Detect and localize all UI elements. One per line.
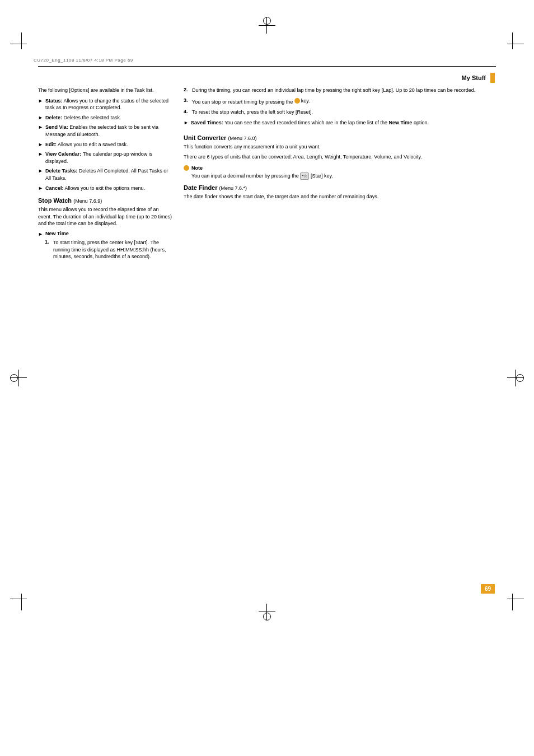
reg-bottom-circle bbox=[263, 613, 271, 620]
date-finder-menu-ref: (Menu 7.6.*) bbox=[219, 185, 247, 191]
crop-mark-bl-h bbox=[10, 599, 27, 599]
page-container: CU720_Eng_1108 11/8/07 4:18 PM Page 69 M… bbox=[0, 0, 534, 756]
bullet-text-viewcal: View Calendar: The calendar pop-up windo… bbox=[45, 151, 172, 165]
header-divider bbox=[38, 66, 496, 67]
crop-mark-br-h bbox=[507, 599, 524, 599]
bullet-label-status: Status: bbox=[45, 98, 63, 104]
reg-right-circle bbox=[516, 374, 524, 382]
note-header: Note bbox=[184, 165, 496, 171]
step-2-text: During the timing, you can record an ind… bbox=[192, 87, 475, 94]
stopwatch-title: Stop Watch (Menu 7.6.9) bbox=[38, 197, 172, 204]
star-key-label: *☆ bbox=[300, 172, 309, 180]
bullet-savedtimes: ► Saved Times: You can see the saved rec… bbox=[184, 119, 496, 127]
bullet-arrow-viewcal: ► bbox=[38, 151, 43, 157]
bullet-text-delete: Delete: Deletes the selected task. bbox=[45, 114, 121, 122]
bullet-arrow-delete: ► bbox=[38, 115, 43, 120]
step-4-text: To reset the stop watch, press the left … bbox=[192, 109, 313, 116]
reg-bottom-h bbox=[259, 612, 275, 612]
crop-mark-bl-v bbox=[21, 594, 22, 610]
content-area: The following [Options] are available in… bbox=[38, 87, 496, 264]
bullet-sendvia: ► Send Via: Enables the selected task to… bbox=[38, 124, 172, 138]
reg-left-v bbox=[18, 370, 19, 386]
step-1-num: 1. bbox=[45, 239, 51, 245]
crop-mark-br-v bbox=[512, 594, 513, 610]
bullet-delete: ► Delete: Deletes the selected task. bbox=[38, 114, 172, 122]
step-3-key: key. bbox=[294, 97, 310, 105]
bullet-arrow-deletetasks: ► bbox=[38, 168, 43, 174]
stopwatch-menu-ref: (Menu 7.6.9) bbox=[73, 198, 102, 204]
step-4-num: 4. bbox=[184, 109, 190, 114]
step-1-text: To start timing, press the center key [S… bbox=[53, 239, 172, 260]
bullet-edit: ► Edit: Allows you to edit a saved task. bbox=[38, 141, 172, 148]
reg-top-circle bbox=[263, 17, 271, 25]
reg-top-h bbox=[259, 25, 275, 26]
bullet-label-viewcal: View Calendar: bbox=[45, 151, 81, 157]
note-title: Note bbox=[191, 165, 203, 171]
right-column: 2. During the timing, you can record an … bbox=[184, 87, 496, 264]
bullet-text-cancel: Cancel: Allows you to exit the options m… bbox=[45, 185, 145, 192]
bullet-arrow-savedtimes: ► bbox=[184, 120, 189, 125]
unit-converter-intro: This function converts any measurement i… bbox=[184, 143, 496, 151]
bullet-cancel: ► Cancel: Allows you to exit the options… bbox=[38, 185, 172, 192]
orange-key-icon bbox=[294, 98, 300, 104]
step-4: 4. To reset the stop watch, press the le… bbox=[184, 109, 496, 116]
step-2-num: 2. bbox=[184, 87, 190, 92]
new-time-header: ► New Time bbox=[38, 231, 172, 237]
page-number: 69 bbox=[481, 584, 495, 594]
left-column: The following [Options] are available in… bbox=[38, 87, 172, 264]
crop-mark-tr-h bbox=[507, 44, 524, 44]
section-header: My Stuff bbox=[462, 73, 495, 83]
crop-mark-tr-v bbox=[512, 32, 513, 49]
stopwatch-intro: This menu allows you to record the elaps… bbox=[38, 206, 172, 227]
bullet-label-sendvia: Send Via: bbox=[45, 124, 68, 130]
unit-converter-menu-ref: (Menu 7.6.0) bbox=[228, 136, 256, 141]
unit-converter-title: Unit Converter (Menu 7.6.0) bbox=[184, 134, 496, 141]
bullet-text-edit: Edit: Allows you to edit a saved task. bbox=[45, 141, 128, 148]
bullet-viewcal: ► View Calendar: The calendar pop-up win… bbox=[38, 151, 172, 165]
saved-times-label: Saved Times: bbox=[191, 120, 223, 125]
note-text: You can input a decimal number by pressi… bbox=[191, 172, 496, 180]
note-section: Note You can input a decimal number by p… bbox=[184, 165, 496, 180]
step-3-num: 3. bbox=[184, 97, 190, 103]
bullet-label-deletetasks: Delete Tasks: bbox=[45, 168, 77, 174]
bullet-label-edit: Edit: bbox=[45, 142, 57, 147]
bullet-text-deletetasks: Delete Tasks: Deletes All Completed, All… bbox=[45, 167, 172, 181]
header-bar: CU720_Eng_1108 11/8/07 4:18 PM Page 69 bbox=[34, 58, 500, 63]
step-3: 3. You can stop or restart timing by pre… bbox=[184, 97, 496, 106]
bullet-arrow-sendvia: ► bbox=[38, 124, 43, 130]
step-3-text: You can stop or restart timing by pressi… bbox=[192, 97, 310, 106]
new-time-arrow: ► bbox=[38, 231, 43, 237]
bullet-label-delete: Delete: bbox=[45, 115, 62, 120]
bullet-text-status: Status: Allows you to change the status … bbox=[45, 97, 172, 111]
bullet-arrow-edit: ► bbox=[38, 142, 43, 147]
unit-converter-detail: There are 6 types of units that can be c… bbox=[184, 153, 496, 161]
page-title: My Stuff bbox=[462, 74, 486, 81]
new-time-label: New Time bbox=[45, 231, 69, 236]
new-time-option: New Time bbox=[389, 120, 413, 125]
bullet-text-sendvia: Send Via: Enables the selected task to b… bbox=[45, 124, 172, 138]
title-bar-decoration bbox=[490, 73, 495, 83]
date-finder-title: Date Finder (Menu 7.6.*) bbox=[184, 184, 496, 191]
crop-mark-tl-h bbox=[10, 44, 27, 44]
bullet-arrow-status: ► bbox=[38, 98, 43, 104]
bullet-text-savedtimes: Saved Times: You can see the saved recor… bbox=[191, 119, 429, 127]
note-dot-icon bbox=[184, 165, 189, 171]
reg-left-circle bbox=[10, 374, 18, 382]
date-finder-text: The date finder shows the start date, th… bbox=[184, 193, 496, 200]
intro-text: The following [Options] are available in… bbox=[38, 87, 172, 94]
bullet-deletetasks: ► Delete Tasks: Deletes All Completed, A… bbox=[38, 167, 172, 181]
step-1: 1. To start timing, press the center key… bbox=[45, 239, 172, 260]
step-2: 2. During the timing, you can record an … bbox=[184, 87, 496, 94]
bullet-label-cancel: Cancel: bbox=[45, 185, 64, 191]
header-file-info: CU720_Eng_1108 11/8/07 4:18 PM Page 69 bbox=[34, 58, 133, 63]
bullet-arrow-cancel: ► bbox=[38, 185, 43, 191]
bullet-status: ► Status: Allows you to change the statu… bbox=[38, 97, 172, 111]
reg-right-v bbox=[515, 370, 516, 386]
crop-mark-tl-v bbox=[21, 32, 22, 49]
